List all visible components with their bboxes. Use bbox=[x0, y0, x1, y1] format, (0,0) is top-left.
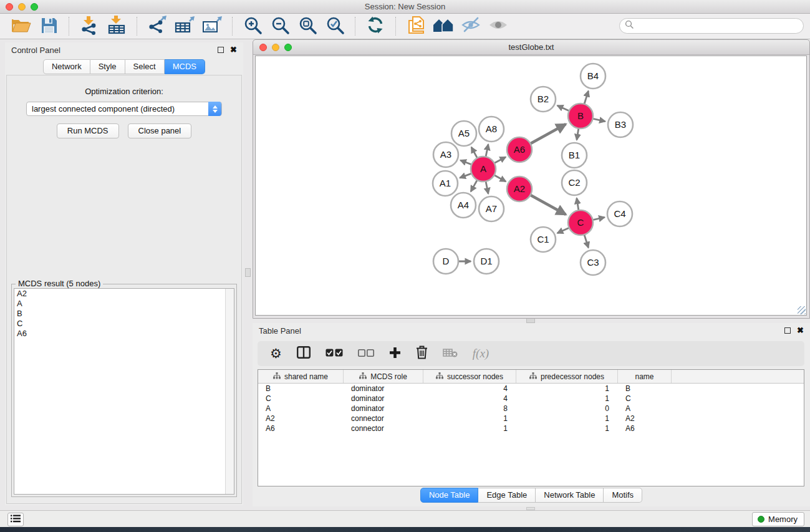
memory-button[interactable]: Memory bbox=[752, 512, 804, 526]
gear-button[interactable]: ⚙ bbox=[270, 347, 282, 360]
horizontal-splitter-grip[interactable] bbox=[526, 318, 535, 323]
network-window-titlebar[interactable]: testGlobe.txt bbox=[253, 40, 809, 55]
close-table-panel-icon[interactable]: ✖ bbox=[797, 327, 804, 334]
table-cell-name[interactable]: B bbox=[618, 384, 672, 394]
search-input[interactable] bbox=[637, 21, 793, 31]
table-cell-successor-nodes[interactable]: 4 bbox=[423, 384, 516, 394]
tab-edge-table[interactable]: Edge Table bbox=[478, 488, 536, 503]
add-column-button[interactable] bbox=[389, 347, 401, 361]
table-cell-shared-name[interactable]: A bbox=[258, 404, 344, 414]
table-cell-mcds-role[interactable]: connector bbox=[344, 414, 423, 423]
network-close-button[interactable] bbox=[259, 44, 267, 51]
table-cell-predecessor-nodes[interactable]: 1 bbox=[516, 394, 618, 404]
column-header-name[interactable]: name bbox=[618, 370, 672, 383]
window-resize-grip[interactable] bbox=[798, 306, 806, 314]
vertical-splitter-grip[interactable] bbox=[245, 268, 251, 277]
export-image-button[interactable] bbox=[200, 16, 224, 37]
table-cell-successor-nodes[interactable]: 1 bbox=[423, 414, 516, 423]
result-item[interactable]: C bbox=[14, 319, 234, 329]
result-scrollbar[interactable] bbox=[225, 289, 234, 494]
table-cell-mcds-role[interactable]: connector bbox=[344, 423, 423, 433]
table-cell-predecessor-nodes[interactable]: 1 bbox=[516, 414, 618, 423]
column-header-successor-nodes[interactable]: successor nodes bbox=[423, 370, 516, 383]
save-session-button[interactable] bbox=[36, 16, 61, 37]
table-cell-shared-name[interactable]: C bbox=[258, 394, 344, 404]
delete-column-button[interactable] bbox=[416, 346, 428, 362]
table-cell-name[interactable]: C bbox=[618, 394, 672, 404]
network-canvas[interactable]: B4B2BB3A8A5A6A3B1AA1C2A2A4A7C4CC1DD1C3 bbox=[255, 56, 807, 316]
tab-mcds[interactable]: MCDS bbox=[165, 59, 205, 74]
import-table-button[interactable] bbox=[104, 16, 129, 37]
result-item[interactable]: A bbox=[14, 299, 234, 309]
run-mcds-button[interactable]: Run MCDS bbox=[57, 123, 119, 138]
tab-style[interactable]: Style bbox=[90, 59, 125, 74]
column-header-predecessor-nodes[interactable]: predecessor nodes bbox=[516, 370, 618, 383]
float-panel-icon[interactable] bbox=[218, 47, 224, 53]
table-cell-successor-nodes[interactable]: 1 bbox=[423, 423, 516, 433]
table-cell-mcds-role[interactable]: dominator bbox=[344, 394, 423, 404]
table-cell-predecessor-nodes[interactable]: 0 bbox=[516, 404, 618, 414]
criterion-dropdown[interactable]: largest connected component (directed) bbox=[26, 102, 222, 116]
column-header-MCDS-role[interactable]: MCDS role bbox=[344, 370, 423, 383]
clone-network-button[interactable] bbox=[403, 16, 428, 37]
close-panel-button[interactable]: Close panel bbox=[128, 123, 192, 138]
table-cell-name[interactable]: A6 bbox=[618, 423, 672, 433]
function-builder-button[interactable]: f(x) bbox=[473, 347, 489, 360]
graph-node-label: B3 bbox=[615, 119, 626, 130]
refresh-button[interactable] bbox=[363, 16, 388, 37]
search-box[interactable] bbox=[619, 18, 804, 34]
table-cell-successor-nodes[interactable]: 4 bbox=[423, 394, 516, 404]
table-row[interactable]: Bdominator41B bbox=[258, 384, 804, 394]
table-row[interactable]: Adominator80A bbox=[258, 404, 804, 414]
table-cell-name[interactable]: A bbox=[618, 404, 672, 414]
show-all-button[interactable] bbox=[486, 16, 511, 37]
import-network-button[interactable] bbox=[77, 16, 102, 37]
export-table-button[interactable] bbox=[172, 16, 197, 37]
table-cell-shared-name[interactable]: A6 bbox=[258, 423, 344, 433]
table-cell-mcds-role[interactable]: dominator bbox=[344, 404, 423, 414]
table-cell-predecessor-nodes[interactable]: 1 bbox=[516, 423, 618, 433]
float-table-panel-icon[interactable] bbox=[784, 327, 791, 334]
table-cell-shared-name[interactable]: B bbox=[258, 384, 344, 394]
export-network-button[interactable] bbox=[145, 16, 170, 37]
table-cell-successor-nodes[interactable]: 8 bbox=[423, 404, 516, 414]
table-cell-predecessor-nodes[interactable]: 1 bbox=[516, 384, 618, 394]
select-all-button[interactable] bbox=[325, 348, 343, 359]
tab-motifs[interactable]: Motifs bbox=[604, 488, 642, 503]
network-minimize-button[interactable] bbox=[272, 44, 279, 51]
table-cell-shared-name[interactable]: A2 bbox=[258, 414, 344, 423]
zoom-fit-button[interactable] bbox=[295, 16, 320, 37]
mcds-result-list[interactable]: A2ABCA6 bbox=[14, 288, 234, 495]
hide-selected-button[interactable] bbox=[458, 16, 483, 37]
delete-table-button[interactable] bbox=[443, 348, 458, 360]
close-panel-icon[interactable]: ✖ bbox=[230, 47, 237, 53]
table-row[interactable]: Cdominator41C bbox=[258, 394, 804, 404]
table-cell-name[interactable]: A2 bbox=[618, 414, 672, 423]
dropdown-stepper-icon bbox=[208, 102, 221, 116]
result-item[interactable]: A2 bbox=[14, 289, 234, 299]
zoom-selected-button[interactable] bbox=[322, 16, 347, 37]
zoom-out-button[interactable] bbox=[268, 16, 292, 37]
column-header-shared-name[interactable]: shared name bbox=[258, 370, 344, 383]
tab-network[interactable]: Network bbox=[43, 59, 90, 74]
close-window-button[interactable] bbox=[6, 3, 13, 11]
open-file-button[interactable] bbox=[9, 16, 34, 37]
tab-network-table[interactable]: Network Table bbox=[536, 488, 604, 503]
minimize-window-button[interactable] bbox=[18, 3, 26, 11]
zoom-window-button[interactable] bbox=[31, 3, 38, 11]
task-history-button[interactable] bbox=[7, 513, 24, 526]
home-button[interactable] bbox=[431, 16, 456, 37]
deselect-all-button[interactable] bbox=[358, 348, 374, 359]
zoom-in-button[interactable] bbox=[240, 16, 265, 37]
result-item[interactable]: B bbox=[14, 309, 234, 319]
tab-node-table[interactable]: Node Table bbox=[420, 488, 479, 503]
graph-node-label: D1 bbox=[480, 256, 492, 266]
result-item[interactable]: A6 bbox=[14, 329, 234, 339]
table-row[interactable]: A2connector11A2 bbox=[258, 414, 804, 423]
table-row[interactable]: A6connector11A6 bbox=[258, 423, 804, 433]
graph-node-label: A8 bbox=[486, 123, 497, 134]
tab-select[interactable]: Select bbox=[125, 59, 165, 74]
table-cell-mcds-role[interactable]: dominator bbox=[344, 384, 423, 394]
network-zoom-button[interactable] bbox=[284, 44, 292, 51]
split-columns-button[interactable] bbox=[297, 346, 311, 361]
